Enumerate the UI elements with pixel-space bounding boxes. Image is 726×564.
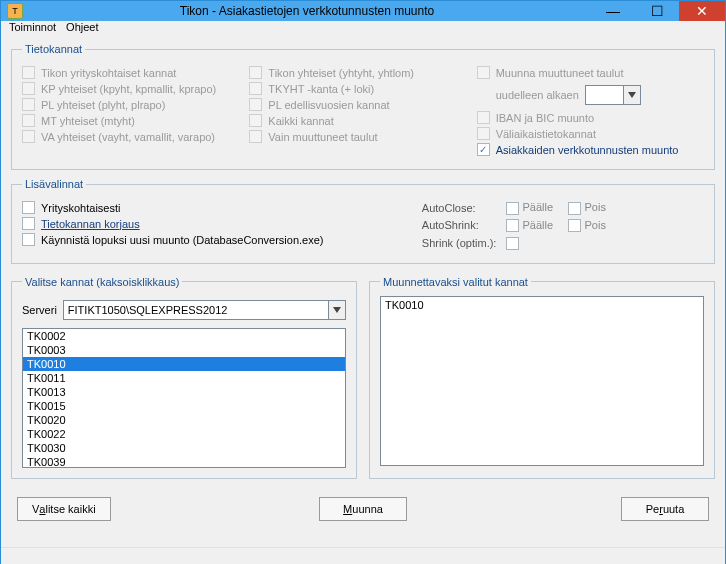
maximize-button[interactable]: ☐ — [635, 1, 679, 21]
peruuta-button[interactable]: Peruuta — [621, 497, 709, 521]
valitse-kannat-legend: Valitse kannat (kaksoisklikkaus) — [22, 276, 182, 288]
shrink-label: Shrink (optim.): — [422, 235, 505, 251]
list-item[interactable]: TK0003 — [23, 343, 345, 357]
window-title: Tikon - Asiakastietojen verkkotunnusten … — [23, 4, 591, 18]
list-item[interactable]: TK0010 — [23, 357, 345, 371]
chk-iban-bic: IBAN ja BIC muunto — [477, 111, 704, 124]
chk-mt-yhteiset: MT yhteiset (mtyht) — [22, 114, 249, 127]
serveri-label: Serveri — [22, 304, 57, 316]
minimize-button[interactable]: — — [591, 1, 635, 21]
list-item[interactable]: TK0011 — [23, 371, 345, 385]
valitut-kannat-group: Muunnettavaksi valitut kannat TK0010 — [369, 276, 715, 479]
chk-vain-muuttuneet: Vain muuttuneet taulut — [249, 130, 476, 143]
chk-pl-edellisvuosien: PL edellisvuosien kannat — [249, 98, 476, 111]
chk-shrink[interactable] — [506, 237, 519, 250]
valitut-text[interactable]: TK0010 — [380, 296, 704, 466]
chk-tkyht-kanta: TKYHT -kanta (+ loki) — [249, 82, 476, 95]
list-item[interactable]: TK0039 — [23, 455, 345, 468]
list-item[interactable]: TK0022 — [23, 427, 345, 441]
chk-muunna-muuttuneet: Muunna muuttuneet taulut — [477, 66, 704, 79]
chk-tikon-yhteiset: Tikon yhteiset (yhtyht, yhtlom) — [249, 66, 476, 79]
serveri-value: FITIKT1050\SQLEXPRESS2012 — [68, 304, 228, 316]
list-item[interactable]: TK0013 — [23, 385, 345, 399]
tietokannat-group: Tietokannat Tikon yrityskohtaiset kannat… — [11, 43, 715, 170]
lisavalinnat-legend: Lisävalinnat — [22, 178, 86, 190]
app-icon: T — [7, 3, 23, 19]
chk-kaynnista-lopuksi[interactable]: Käynnistä lopuksi uusi muunto (DatabaseC… — [22, 233, 420, 246]
chk-kp-yhteiset: KP yhteiset (kpyht, kpmallit, kprapo) — [22, 82, 249, 95]
chk-tikon-yrityskohtaiset: Tikon yrityskohtaiset kannat — [22, 66, 249, 79]
serveri-combo[interactable]: FITIKT1050\SQLEXPRESS2012 — [63, 300, 346, 320]
chevron-down-icon — [328, 301, 345, 319]
kannat-listbox[interactable]: TK0002TK0003TK0010TK0011TK0013TK0015TK00… — [22, 328, 346, 468]
menubar: Toiminnot Ohjeet — [1, 21, 725, 33]
valitse-kannat-group: Valitse kannat (kaksoisklikkaus) Serveri… — [11, 276, 357, 479]
chk-va-yhteiset: VA yhteiset (vayht, vamallit, varapo) — [22, 130, 249, 143]
autoclose-label: AutoClose: — [422, 200, 505, 216]
uudelleen-alkaen-combo[interactable] — [585, 85, 641, 105]
chk-asiakkaiden-verkkotunnusten[interactable]: Asiakkaiden verkkotunnusten muunto — [477, 143, 704, 156]
chk-valiaikaistietokannat: Väliaikaistietokannat — [477, 127, 704, 140]
valitse-kaikki-button[interactable]: Valitse kaikki — [17, 497, 111, 521]
window-controls: — ☐ ✕ — [591, 1, 725, 21]
list-item[interactable]: TK0002 — [23, 329, 345, 343]
chk-kaikki-kannat: Kaikki kannat — [249, 114, 476, 127]
client-area: Tietokannat Tikon yrityskohtaiset kannat… — [1, 33, 725, 564]
statusbar — [1, 547, 725, 564]
chk-autoclose-pois[interactable] — [568, 202, 581, 215]
tietokannat-legend: Tietokannat — [22, 43, 85, 55]
list-item[interactable]: TK0020 — [23, 413, 345, 427]
chk-pl-yhteiset: PL yhteiset (plyht, plrapo) — [22, 98, 249, 111]
valitut-kannat-legend: Muunnettavaksi valitut kannat — [380, 276, 531, 288]
chk-autoshrink-paalle[interactable] — [506, 219, 519, 232]
chk-tietokannan-korjaus[interactable]: Tietokannan korjaus — [22, 217, 420, 230]
button-row: Valitse kaikki Muunna Peruuta — [11, 497, 715, 521]
titlebar[interactable]: T Tikon - Asiakastietojen verkkotunnuste… — [1, 1, 725, 21]
list-item[interactable]: TK0030 — [23, 441, 345, 455]
autoshrink-label: AutoShrink: — [422, 218, 505, 234]
auto-options-table: AutoClose: Päälle Pois AutoShrink: Pääll… — [420, 198, 631, 253]
close-button[interactable]: ✕ — [679, 1, 725, 21]
uudelleen-alkaen-label: uudelleen alkaen — [496, 89, 579, 101]
muunna-button[interactable]: Muunna — [319, 497, 407, 521]
chk-autoclose-paalle[interactable] — [506, 202, 519, 215]
chevron-down-icon — [623, 86, 640, 104]
lisavalinnat-group: Lisävalinnat Yrityskohtaisesti Tietokann… — [11, 178, 715, 264]
main-window: T Tikon - Asiakastietojen verkkotunnuste… — [0, 0, 726, 564]
menu-ohjeet[interactable]: Ohjeet — [66, 21, 98, 33]
chk-yrityskohtaisesti[interactable]: Yrityskohtaisesti — [22, 201, 420, 214]
chk-autoshrink-pois[interactable] — [568, 219, 581, 232]
menu-toiminnot[interactable]: Toiminnot — [9, 21, 56, 33]
list-item[interactable]: TK0015 — [23, 399, 345, 413]
